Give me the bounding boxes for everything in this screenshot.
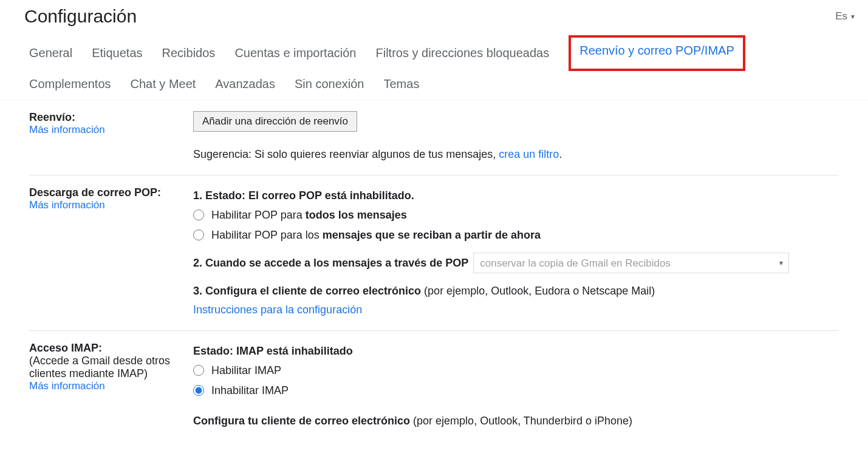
imap-status-value: IMAP está inhabilitado (236, 345, 353, 357)
tab-labels[interactable]: Etiquetas (92, 38, 142, 69)
imap-section: Acceso IMAP: (Accede a Gmail desde otros… (29, 331, 839, 441)
pop-action-select[interactable]: conservar la copia de Gmail en Recibidos (473, 253, 789, 273)
tab-chat-meet[interactable]: Chat y Meet (131, 69, 196, 100)
forwarding-tip-suffix: . (559, 148, 562, 160)
tab-general[interactable]: General (29, 38, 72, 69)
imap-enable-radio[interactable] (193, 365, 204, 376)
tab-advanced[interactable]: Avanzadas (215, 69, 275, 100)
imap-note: (Accede a Gmail desde otros clientes med… (29, 355, 193, 380)
imap-label: Acceso IMAP: (29, 342, 193, 355)
tab-addons[interactable]: Complementos (29, 69, 111, 100)
language-selector[interactable]: Es ▼ (835, 10, 856, 22)
forwarding-label: Reenvío: (29, 111, 193, 124)
forwarding-learn-more-link[interactable]: Más información (29, 124, 105, 135)
pop-step2-label: 2. Cuando se accede a los mensajes a tra… (193, 254, 468, 273)
pop-instructions-link[interactable]: Instrucciones para la configuración (193, 304, 362, 316)
pop-enable-all-radio[interactable] (193, 209, 204, 220)
forwarding-tip-text: Sugerencia: Si solo quieres reenviar alg… (193, 148, 499, 160)
imap-disable-label[interactable]: Inhabilitar IMAP (211, 381, 289, 400)
imap-configure-example: (por ejemplo, Outlook, Thunderbird o iPh… (410, 415, 632, 427)
pop-learn-more-link[interactable]: Más información (29, 199, 105, 211)
tab-inbox[interactable]: Recibidos (162, 38, 216, 69)
imap-configure-label: Configura tu cliente de correo electróni… (193, 415, 410, 427)
pop-step3-example: (por ejemplo, Outlook, Eudora o Netscape… (421, 285, 655, 297)
forwarding-section: Reenvío: Más información Añadir una dire… (29, 100, 839, 175)
pop-enable-new-label[interactable]: Habilitar POP para los mensajes que se r… (211, 226, 541, 245)
imap-disable-radio[interactable] (193, 385, 204, 396)
pop-enable-new-radio[interactable] (193, 230, 204, 240)
pop-status-prefix: 1. Estado: (193, 189, 248, 202)
settings-tabs: General Etiquetas Recibidos Cuentas e im… (0, 35, 868, 100)
pop-step3-label: 3. Configura el cliente de correo electr… (193, 285, 421, 297)
create-filter-link[interactable]: crea un filtro (499, 148, 559, 160)
pop-label: Descarga de correo POP: (29, 186, 193, 199)
pop-section: Descarga de correo POP: Más información … (29, 175, 839, 331)
tab-offline[interactable]: Sin conexión (295, 69, 364, 100)
tab-themes[interactable]: Temas (383, 69, 419, 100)
add-forwarding-address-button[interactable]: Añadir una dirección de reenvío (193, 111, 357, 132)
imap-enable-label[interactable]: Habilitar IMAP (211, 361, 281, 380)
imap-status-prefix: Estado: (193, 345, 236, 357)
page-title: Configuración (24, 6, 137, 27)
tab-accounts[interactable]: Cuentas e importación (234, 38, 356, 69)
tab-forwarding-pop-imap[interactable]: Reenvío y correo POP/IMAP (569, 35, 745, 71)
pop-status-value: El correo POP está inhabilitado. (248, 189, 414, 202)
pop-enable-all-label[interactable]: Habilitar POP para todos los mensajes (211, 206, 407, 225)
tab-filters[interactable]: Filtros y direcciones bloqueadas (375, 38, 549, 69)
chevron-down-icon: ▼ (850, 13, 856, 20)
language-label: Es (835, 10, 847, 22)
imap-learn-more-link[interactable]: Más información (29, 380, 105, 392)
